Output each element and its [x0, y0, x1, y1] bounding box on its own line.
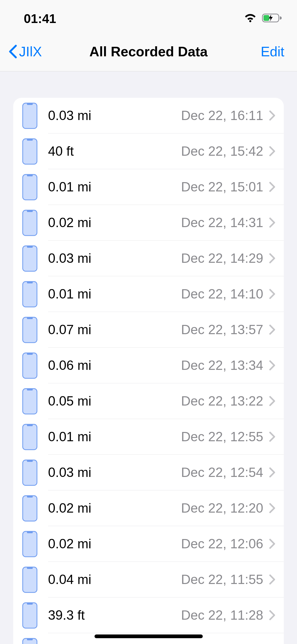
device-phone-icon: [22, 138, 37, 165]
record-time: Dec 22, 15:42: [181, 144, 263, 159]
device-phone-icon: [22, 459, 37, 486]
device-phone-icon: [22, 210, 37, 236]
device-phone-icon: [22, 317, 37, 343]
svg-rect-8: [23, 210, 37, 236]
svg-rect-2: [23, 103, 37, 128]
chevron-right-icon: [269, 360, 276, 371]
nav-bar: JIlX All Recorded Data Edit: [0, 37, 297, 71]
svg-rect-1: [263, 15, 269, 21]
back-button[interactable]: JIlX: [8, 44, 42, 59]
chevron-right-icon: [269, 217, 276, 228]
chevron-right-icon: [269, 467, 276, 478]
record-value: 0.01 mi: [48, 429, 91, 444]
chevron-right-icon: [269, 503, 276, 513]
list-item[interactable]: 0.01 mi Dec 22, 12:55: [13, 419, 284, 455]
record-time: Dec 22, 12:20: [181, 500, 263, 516]
record-time: Dec 22, 12:54: [181, 465, 263, 480]
back-label: JIlX: [19, 44, 42, 59]
device-phone-icon: [22, 388, 37, 415]
svg-rect-20: [23, 424, 37, 450]
chevron-right-icon: [269, 396, 276, 406]
svg-rect-3: [27, 103, 33, 105]
list-item[interactable]: 0.02 mi Dec 22, 12:06: [13, 526, 284, 562]
chevron-right-icon: [269, 182, 276, 192]
chevron-right-icon: [269, 574, 276, 585]
record-time: Dec 22, 14:10: [181, 286, 263, 302]
record-value: 0.02 mi: [48, 500, 91, 516]
record-time: Dec 22, 11:28: [181, 608, 263, 623]
svg-rect-28: [23, 567, 37, 592]
device-phone-icon: [22, 245, 37, 272]
device-phone-icon: [22, 352, 37, 379]
record-time: Dec 22, 16:11: [181, 108, 263, 123]
chevron-right-icon: [269, 610, 276, 620]
record-time: Dec 22, 14:31: [181, 215, 263, 230]
record-value: 0.07 mi: [48, 322, 91, 337]
edit-button[interactable]: Edit: [261, 44, 289, 59]
svg-rect-19: [27, 389, 33, 390]
record-time: Dec 22, 12:06: [181, 536, 263, 551]
svg-rect-29: [27, 567, 33, 569]
chevron-left-icon: [8, 45, 18, 58]
svg-rect-14: [23, 317, 37, 343]
svg-rect-9: [27, 210, 33, 212]
svg-rect-17: [27, 353, 33, 355]
status-bar: 01:41: [0, 0, 297, 37]
list-item[interactable]: 0.02 mi Dec 22, 14:31: [13, 205, 284, 241]
list-item[interactable]: 0.01 mi Dec 22, 15:01: [13, 169, 284, 205]
list-item[interactable]: 0.06 mi Dec 22, 13:34: [13, 348, 284, 383]
svg-rect-22: [23, 460, 37, 485]
svg-rect-31: [27, 603, 33, 605]
svg-rect-16: [23, 353, 37, 378]
chevron-right-icon: [269, 539, 276, 549]
device-phone-icon: [22, 495, 37, 522]
record-value: 0.03 mi: [48, 251, 91, 266]
content: 0.03 mi Dec 22, 16:11 40 ft Dec 22, 15:4…: [0, 71, 297, 644]
record-value: 0.03 mi: [48, 108, 91, 123]
chevron-right-icon: [269, 324, 276, 335]
record-time: Dec 22, 15:01: [181, 179, 263, 195]
status-right: [243, 13, 282, 24]
svg-rect-11: [27, 246, 33, 248]
chevron-right-icon: [269, 253, 276, 264]
record-value: 0.03 mi: [48, 465, 91, 480]
svg-rect-24: [23, 496, 37, 521]
home-indicator[interactable]: [95, 634, 203, 638]
svg-rect-23: [27, 460, 33, 462]
svg-rect-7: [27, 174, 33, 176]
svg-rect-25: [27, 496, 33, 498]
device-phone-icon: [22, 602, 37, 629]
chevron-right-icon: [269, 110, 276, 121]
svg-rect-13: [27, 282, 33, 283]
list-item[interactable]: 0.03 mi Dec 22, 16:11: [13, 98, 284, 134]
record-value: 0.04 mi: [48, 572, 91, 587]
svg-rect-6: [23, 174, 37, 200]
list-item[interactable]: 0.02 mi Dec 22, 12:20: [13, 490, 284, 526]
list-item[interactable]: 0.01 mi Dec 22, 14:10: [13, 276, 284, 312]
record-time: Dec 22, 11:55: [181, 572, 263, 587]
list-item[interactable]: 0.03 mi Dec 22, 14:29: [13, 241, 284, 276]
list-item[interactable]: 0.07 mi Dec 22, 13:57: [13, 312, 284, 348]
svg-rect-26: [23, 531, 37, 557]
svg-rect-27: [27, 531, 33, 533]
list-item[interactable]: 0.04 mi Dec 22, 11:55: [13, 562, 284, 597]
status-time: 01:41: [24, 11, 56, 26]
list-item[interactable]: 39.3 ft Dec 22, 11:28: [13, 597, 284, 633]
list-item[interactable]: 0.05 mi Dec 22, 13:22: [13, 383, 284, 419]
list-item[interactable]: 0.03 mi Dec 22, 12:54: [13, 455, 284, 490]
data-list: 0.03 mi Dec 22, 16:11 40 ft Dec 22, 15:4…: [13, 98, 284, 644]
device-phone-icon: [22, 567, 37, 593]
list-item[interactable]: 40 ft Dec 22, 15:42: [13, 134, 284, 169]
record-value: 0.05 mi: [48, 393, 91, 409]
svg-rect-15: [27, 317, 33, 319]
record-value: 0.01 mi: [48, 179, 91, 195]
svg-rect-18: [23, 389, 37, 414]
record-value: 40 ft: [48, 144, 74, 159]
device-phone-icon: [22, 174, 37, 200]
record-value: 0.01 mi: [48, 286, 91, 302]
svg-rect-12: [23, 282, 37, 307]
svg-rect-21: [27, 424, 33, 426]
record-time: Dec 22, 14:29: [181, 251, 263, 266]
device-phone-icon: [22, 424, 37, 450]
chevron-right-icon: [269, 289, 276, 299]
